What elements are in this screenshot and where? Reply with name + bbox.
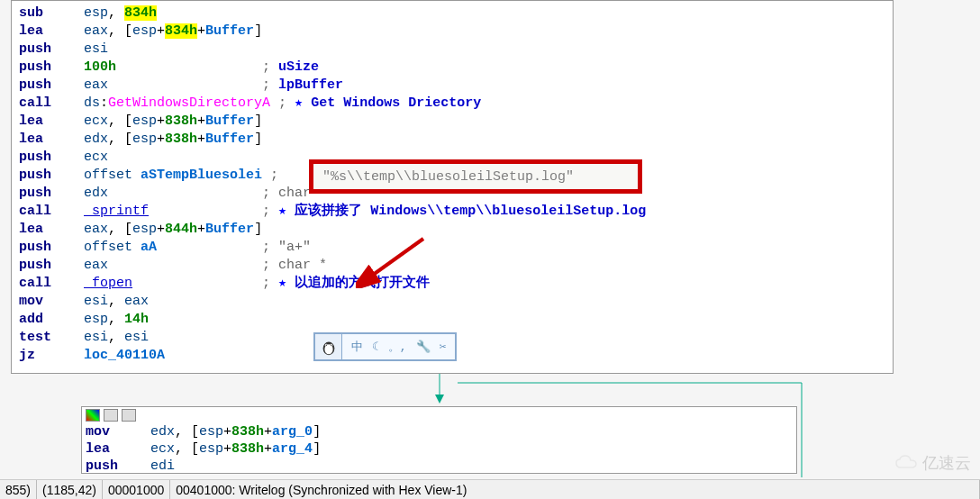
clip-icon[interactable]: ✂ (440, 340, 447, 354)
tooltip-text: "%s\\temp\\bluesoleilSetup.log" (322, 169, 574, 185)
asm-line[interactable]: push esi (19, 41, 885, 59)
asm-line[interactable]: push eax ; char * (19, 257, 885, 275)
asm-line[interactable]: mov edx, [esp+838h+arg_0] (86, 423, 793, 440)
tool-icon-2[interactable] (122, 409, 136, 422)
status-cell-2: (1185,42) (37, 480, 103, 499)
asm-line[interactable]: push offset aA ; "a+" (19, 239, 885, 257)
svg-point-6 (331, 345, 331, 346)
asm-line[interactable]: lea eax, [esp+834h+Buffer] (19, 23, 885, 41)
punct-icon[interactable]: 。, (388, 339, 407, 355)
asm-line[interactable]: push eax ; lpBuffer (19, 77, 885, 95)
status-bar: 855) (1185,42) 00001000 00401000: Writel… (0, 479, 980, 499)
palette-icon[interactable] (86, 409, 100, 422)
asm-line[interactable]: add esp, 14h (19, 311, 885, 329)
asm-line[interactable]: push edi (86, 458, 793, 475)
disassembly-block-second[interactable]: mov edx, [esp+838h+arg_0]lea ecx, [esp+8… (81, 406, 797, 474)
status-cell-3: 00001000 (103, 480, 170, 499)
ime-mode[interactable]: 中 (351, 339, 363, 355)
asm-line[interactable]: lea ecx, [esp+838h+Buffer] (19, 113, 885, 131)
svg-marker-8 (435, 395, 444, 404)
ime-toolbar[interactable]: 中 ☾ 。, 🔧 ✂ (313, 332, 457, 361)
asm-line[interactable]: push 100h ; uSize (19, 59, 885, 77)
svg-point-5 (325, 345, 326, 346)
watermark: 亿速云 (894, 452, 971, 474)
tool-icon-1[interactable] (104, 409, 118, 422)
hint-tooltip: "%s\\temp\\bluesoleilSetup.log" (309, 159, 642, 194)
asm-line[interactable]: mov esi, eax (19, 293, 885, 311)
wrench-icon[interactable]: 🔧 (416, 340, 431, 354)
status-cell-1: 855) (0, 480, 37, 499)
asm-line[interactable]: lea eax, [esp+844h+Buffer] (19, 221, 885, 239)
penguin-icon[interactable] (315, 334, 342, 359)
asm-line[interactable]: call ds:GetWindowsDirectoryA ; ★ Get Win… (19, 95, 885, 113)
asm-line[interactable]: lea edx, [esp+838h+Buffer] (19, 131, 885, 149)
moon-icon[interactable]: ☾ (372, 340, 379, 354)
asm-line[interactable]: sub esp, 834h (19, 5, 885, 23)
asm-line[interactable]: call _fopen ; ★ 以追加的方式打开文件 (19, 275, 885, 293)
status-cell-4: 00401000: Writelog (Synchronized with He… (170, 480, 980, 499)
asm-line[interactable]: lea ecx, [esp+838h+arg_4] (86, 440, 793, 458)
asm-line[interactable]: call _sprintf ; ★ 应该拼接了 Windows\\temp\\b… (19, 203, 885, 221)
